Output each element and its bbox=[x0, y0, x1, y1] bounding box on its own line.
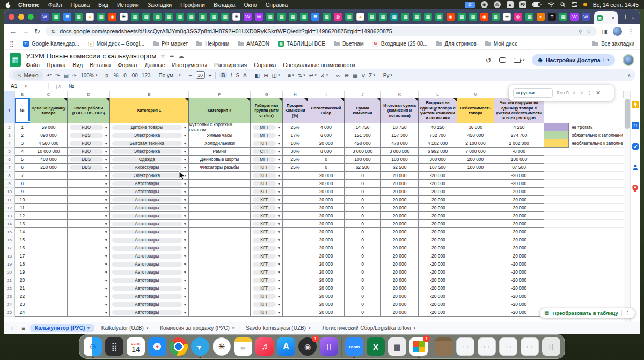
scheme-dropdown-cell[interactable]: ▼ bbox=[68, 244, 110, 252]
cell[interactable]: 0 bbox=[345, 292, 381, 300]
reload-button[interactable]: ↻ bbox=[34, 27, 40, 35]
cell[interactable]: 20 000 bbox=[308, 236, 345, 244]
dock-thumb-icon[interactable]: ▭ bbox=[478, 337, 496, 356]
dropdown-arrow-icon[interactable]: ▼ bbox=[184, 142, 187, 145]
print-button[interactable]: ▤ bbox=[63, 72, 68, 78]
convert-options-icon[interactable]: ⋮ bbox=[621, 310, 631, 316]
cell[interactable]: -20 000 bbox=[494, 212, 544, 220]
cell[interactable] bbox=[457, 220, 494, 228]
cell[interactable] bbox=[283, 204, 308, 212]
insert-comment-button[interactable]: ⊕ bbox=[345, 72, 349, 78]
dropdown-chip[interactable]: Автотовары bbox=[112, 246, 182, 251]
cell[interactable] bbox=[283, 220, 308, 228]
cell[interactable]: -20 000 bbox=[419, 188, 457, 196]
cell[interactable]: 0 bbox=[345, 268, 381, 276]
dropdown-arrow-icon[interactable]: ▼ bbox=[184, 278, 187, 282]
sheets-menu-1[interactable]: Правка bbox=[47, 62, 65, 68]
dropdown-arrow-icon[interactable]: ▼ bbox=[277, 270, 281, 274]
dropdown-chip[interactable]: Автотовары bbox=[112, 310, 182, 315]
cell[interactable]: -20 000 bbox=[419, 212, 457, 220]
control-center-icon[interactable] bbox=[572, 2, 577, 7]
dock-thumb-icon[interactable]: ▭ bbox=[499, 337, 517, 356]
cell[interactable]: 20 000 bbox=[308, 268, 345, 276]
pinned-tab-tdk[interactable]: Т bbox=[548, 13, 556, 21]
dropdown-arrow-icon[interactable]: ▼ bbox=[105, 311, 108, 314]
cell[interactable] bbox=[457, 284, 494, 292]
row-header-3[interactable]: 3 bbox=[4, 131, 15, 139]
dropdown-chip[interactable]: КГТ bbox=[253, 310, 276, 315]
insert-chart-button[interactable]: ▦ bbox=[353, 72, 357, 78]
dropdown-arrow-icon[interactable]: ▼ bbox=[277, 311, 281, 314]
dropdown-arrow-icon[interactable]: ▼ bbox=[105, 270, 108, 274]
cell[interactable] bbox=[283, 308, 308, 317]
pinned-tab-sheets[interactable]: ▦ bbox=[187, 13, 195, 21]
scheme-dropdown-cell[interactable]: ▼ bbox=[68, 228, 110, 236]
zoom-select[interactable]: 100%▾ bbox=[80, 72, 97, 78]
dropdown-arrow-icon[interactable]: ▼ bbox=[105, 246, 108, 250]
maps-icon[interactable] bbox=[632, 185, 639, 195]
dropdown-chip[interactable]: КГТ bbox=[253, 294, 276, 299]
cell[interactable]: -20 000 bbox=[419, 196, 457, 204]
cell[interactable]: -20 000 bbox=[419, 244, 457, 252]
scrollbar-thumb[interactable] bbox=[625, 99, 630, 129]
name-box-dropdown-icon[interactable]: ▾ bbox=[25, 84, 27, 89]
cell[interactable]: -20 000 bbox=[494, 268, 544, 276]
column-header-J[interactable]: J bbox=[345, 91, 381, 98]
column-header-F[interactable]: F bbox=[189, 91, 251, 98]
dropdown-arrow-icon[interactable]: ▼ bbox=[277, 142, 281, 145]
cell[interactable] bbox=[189, 260, 251, 268]
size-dropdown-cell[interactable]: КГТ▼ bbox=[251, 164, 283, 172]
category1-dropdown-cell[interactable]: Автотовары▼ bbox=[110, 292, 189, 300]
scheme-dropdown-cell[interactable]: ▼ bbox=[68, 236, 110, 244]
row-header-4[interactable]: 4 bbox=[4, 139, 15, 148]
dropdown-chip[interactable]: КГТ bbox=[253, 278, 276, 283]
font-select[interactable]: По ум...▾ bbox=[159, 72, 181, 78]
bookmark-8[interactable]: Для стримов bbox=[436, 41, 477, 47]
cell[interactable]: 4 250 bbox=[494, 123, 544, 131]
cell[interactable]: -20 000 bbox=[494, 252, 544, 260]
dropdown-chip[interactable]: КГТ bbox=[253, 181, 276, 186]
side-panel-icon[interactable]: ◨ bbox=[602, 28, 608, 35]
cell[interactable]: 20 000 bbox=[381, 300, 419, 308]
google-sheets-logo[interactable]: ▦ bbox=[10, 53, 21, 67]
input-source-icon[interactable]: ⌘ bbox=[465, 2, 475, 8]
size-dropdown-cell[interactable]: КГТ▼ bbox=[251, 139, 283, 148]
cell[interactable] bbox=[283, 260, 308, 268]
pinned-tab-reddit[interactable]: ◉ bbox=[108, 13, 116, 21]
header-cell-11[interactable]: Выручка на единицу товара с учетом комис… bbox=[419, 98, 457, 123]
forward-button[interactable]: → bbox=[22, 27, 29, 35]
cell[interactable]: 20 000 bbox=[308, 276, 345, 284]
sheet-tab-0[interactable]: Калькулятор (РУС)▾ bbox=[30, 324, 94, 332]
header-cell-3[interactable]: Схема работы (FBO, FBS, DBS) bbox=[68, 98, 110, 123]
dock-zoom-icon[interactable]: zoom bbox=[345, 337, 363, 356]
scheme-dropdown-cell[interactable]: ▼ bbox=[68, 260, 110, 268]
sheets-menu-3[interactable]: Вставка bbox=[90, 62, 111, 68]
scheme-dropdown-cell[interactable]: ▼ bbox=[68, 292, 110, 300]
pinned-tab-sheets[interactable]: ▦ bbox=[199, 13, 207, 21]
cell[interactable]: 20 000 bbox=[381, 228, 419, 236]
text-rotate-button[interactable]: ∡▾ bbox=[320, 72, 328, 78]
cell[interactable]: 20 000 bbox=[308, 300, 345, 308]
category1-dropdown-cell[interactable]: Автотовары▼ bbox=[110, 220, 189, 228]
find-input[interactable] bbox=[513, 88, 553, 98]
cell[interactable] bbox=[189, 220, 251, 228]
cell[interactable]: -8 000 bbox=[494, 148, 544, 156]
dropdown-chip[interactable]: Автотовары bbox=[112, 205, 182, 210]
cell[interactable]: 4 000 bbox=[308, 123, 345, 131]
cell[interactable]: -20 000 bbox=[419, 300, 457, 308]
dropdown-arrow-icon[interactable]: ▼ bbox=[184, 303, 187, 306]
header-cell-n[interactable] bbox=[544, 98, 569, 123]
functions-button[interactable]: Σ▾ bbox=[369, 72, 375, 78]
header-cell-8[interactable]: Логистический Сбор bbox=[308, 98, 345, 123]
row-header-12[interactable]: 12 bbox=[4, 204, 15, 212]
cell[interactable] bbox=[457, 268, 494, 276]
scheme-dropdown-cell[interactable]: FBO▼ bbox=[68, 123, 110, 131]
sheet-tab-3[interactable]: Savdo komissiyasi (UZB)▾ bbox=[241, 324, 315, 332]
pinned-tab-sheets[interactable]: ▦ bbox=[75, 13, 83, 21]
dropdown-chip[interactable]: КГТ bbox=[253, 173, 276, 178]
cell[interactable]: 20 000 bbox=[381, 276, 419, 284]
scheme-dropdown-cell[interactable]: ▼ bbox=[68, 276, 110, 284]
dock-calendar-icon[interactable]: СЕНТ.14 bbox=[127, 337, 145, 356]
dock-launchpad-icon[interactable]: ⣿ bbox=[105, 337, 123, 356]
all-bookmarks-button[interactable]: Все закладки bbox=[592, 41, 634, 47]
